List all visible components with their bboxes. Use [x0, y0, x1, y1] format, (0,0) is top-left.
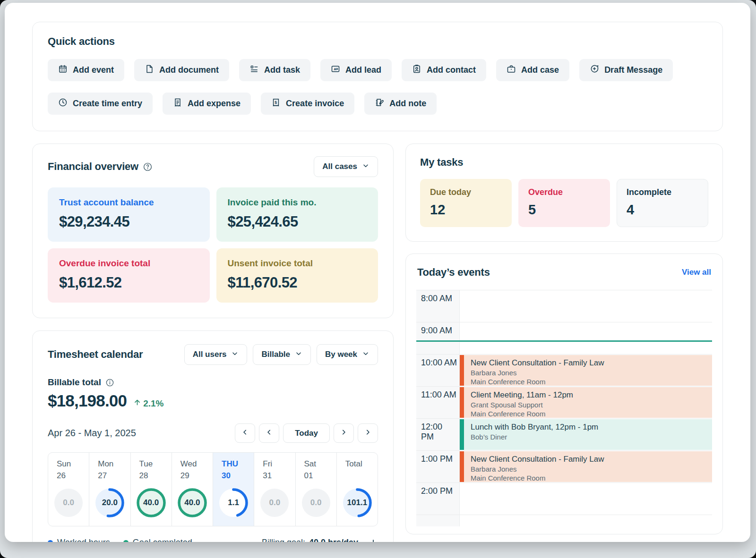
by-week-dropdown[interactable]: By week: [317, 344, 378, 365]
quick-actions-panel: Quick actions Add event Add document Add…: [32, 22, 723, 131]
hours-ring: 40.0: [136, 487, 167, 518]
draft-message-button[interactable]: Draft Message: [579, 59, 673, 81]
chevron-down-icon: [362, 162, 369, 172]
empty-slot[interactable]: [460, 322, 712, 354]
add-document-button[interactable]: Add document: [134, 59, 229, 81]
add-expense-button[interactable]: Add expense: [163, 93, 251, 115]
quick-actions-title: Quick actions: [48, 35, 707, 48]
stat-label: Invoice paid this mo.: [228, 197, 367, 208]
daycell-fri[interactable]: Fri 31 0.0: [254, 453, 295, 526]
events-grid: 8:00 AM 9:00 AM 10:00 AM: [416, 290, 712, 526]
button-label: Add expense: [188, 99, 241, 109]
billing-goal: Billing goal: 40.0 hrs/day: [262, 538, 378, 542]
hours-ring: 0.0: [53, 487, 84, 518]
event-item[interactable]: Client Meeting, 11am - 12pm Grant Spousa…: [460, 387, 712, 418]
app-window: Quick actions Add event Add document Add…: [5, 3, 750, 542]
time-label: 2:00 PM: [416, 483, 460, 515]
event-attendee: Barbara Jones: [471, 369, 705, 377]
event-location: Bob’s Diner: [471, 433, 705, 441]
calendar-icon: [58, 64, 68, 76]
button-label: Add contact: [427, 65, 476, 75]
add-note-button[interactable]: Add note: [364, 93, 437, 115]
event-location: Main Conference Room: [471, 410, 705, 418]
plus-icon[interactable]: [369, 538, 378, 542]
all-cases-dropdown[interactable]: All cases: [314, 156, 378, 177]
draft-message-icon: [590, 64, 599, 76]
view-all-link[interactable]: View all: [682, 268, 711, 277]
add-contact-button[interactable]: Add contact: [402, 59, 486, 81]
prev-fast-button[interactable]: [235, 423, 255, 443]
hours-ring: 101.1: [342, 487, 373, 518]
all-users-dropdown[interactable]: All users: [184, 344, 248, 365]
my-tasks-panel: My tasks Due today 12 Overdue 5 Incomple…: [405, 144, 723, 242]
legend-worked-hours: Worked hours: [48, 538, 110, 542]
event-row-12pm: 12:00 PM Lunch with Bob Bryant, 12pm - 1…: [416, 419, 712, 451]
note-icon: [375, 98, 384, 110]
task-count: 5: [528, 202, 600, 218]
event-attendee: Grant Spousal Support: [471, 401, 705, 409]
event-item[interactable]: New Client Consultation - Family Law Bar…: [460, 355, 712, 386]
add-lead-button[interactable]: A Add lead: [320, 59, 392, 81]
button-label: Add note: [389, 99, 426, 109]
info-icon[interactable]: [105, 378, 114, 387]
empty-slot[interactable]: [460, 290, 712, 322]
event-row-partial: [416, 515, 712, 526]
legend-goal-completed: Goal completed: [123, 538, 192, 542]
svg-text:A: A: [334, 67, 336, 71]
hours-ring: 0.0: [301, 487, 332, 518]
hours-ring: 0.0: [259, 487, 290, 518]
time-label: [416, 515, 460, 526]
goal-completed-dot: [123, 540, 129, 542]
legend: Worked hours Goal completed: [48, 538, 192, 542]
daycell-sun[interactable]: Sun 26 0.0: [48, 453, 89, 526]
contact-icon: [412, 64, 421, 76]
chevron-left-icon: [265, 428, 273, 439]
task-label: Overdue: [528, 187, 600, 197]
event-location: Main Conference Room: [471, 474, 705, 482]
event-title: Lunch with Bob Bryant, 12pm - 1pm: [471, 423, 705, 432]
week-grid: Sun 26 0.0 Mon 27 20.0: [48, 452, 378, 526]
task-count: 4: [627, 202, 698, 218]
incomplete-card[interactable]: Incomplete 4: [617, 179, 708, 227]
button-label: Create invoice: [286, 99, 344, 109]
hours-ring: 40.0: [177, 487, 208, 518]
task-label: Incomplete: [627, 187, 698, 197]
today-button[interactable]: Today: [283, 423, 330, 443]
event-attendee: Barbara Jones: [471, 465, 705, 473]
chevron-left-icon: [241, 428, 249, 439]
add-event-button[interactable]: Add event: [48, 59, 124, 81]
prev-button[interactable]: [259, 423, 279, 443]
event-title: Client Meeting, 11am - 12pm: [471, 390, 705, 400]
event-row-10am: 10:00 AM New Client Consultation - Famil…: [416, 355, 712, 387]
add-task-button[interactable]: Add task: [239, 59, 310, 81]
chevron-right-icon: [340, 428, 348, 439]
next-button[interactable]: [334, 423, 354, 443]
daycell-tue[interactable]: Tue 28 40.0: [131, 453, 172, 526]
time-label: 1:00 PM: [416, 451, 460, 482]
task-icon: [249, 64, 259, 76]
billable-dropdown[interactable]: Billable: [253, 344, 310, 365]
daycell-wed[interactable]: Wed 29 40.0: [172, 453, 213, 526]
help-icon[interactable]: [143, 162, 153, 172]
overdue-card[interactable]: Overdue 5: [518, 179, 610, 227]
empty-slot[interactable]: [460, 483, 712, 515]
daycell-thu-today[interactable]: THU 30 1.1: [213, 453, 254, 526]
event-item[interactable]: Lunch with Bob Bryant, 12pm - 1pm Bob’s …: [460, 419, 712, 450]
button-label: Create time entry: [73, 99, 142, 109]
button-label: Draft Message: [604, 65, 662, 75]
daycell-total: Total 101.1: [337, 453, 378, 526]
financial-overview-panel: Financial overview All cases Trust accou…: [32, 144, 394, 318]
event-row-1pm: 1:00 PM New Client Consultation - Family…: [416, 451, 712, 483]
add-case-button[interactable]: Add case: [496, 59, 569, 81]
create-time-entry-button[interactable]: Create time entry: [48, 93, 153, 115]
event-item[interactable]: New Client Consultation - Family Law Bar…: [460, 451, 712, 482]
daycell-mon[interactable]: Mon 27 20.0: [89, 453, 130, 526]
due-today-card[interactable]: Due today 12: [420, 179, 512, 227]
stat-value: $1,612.52: [59, 274, 198, 291]
daycell-sat[interactable]: Sat 01 0.0: [296, 453, 337, 526]
chevron-down-icon: [295, 350, 302, 360]
create-invoice-button[interactable]: $ Create invoice: [261, 93, 354, 115]
event-title: New Client Consultation - Family Law: [471, 455, 705, 464]
next-fast-button[interactable]: [358, 423, 378, 443]
billing-goal-label: Billing goal:: [262, 538, 305, 542]
